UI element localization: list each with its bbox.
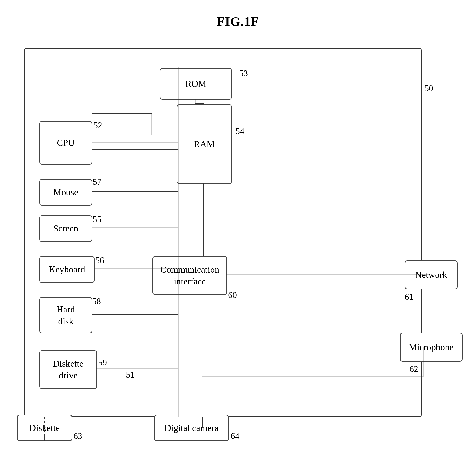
digicam-box: Digital camera [154,415,229,441]
keyboard-ref: 56 [95,255,104,265]
network-label: Network [415,270,447,280]
ram-ref: 54 [236,126,244,136]
ram-label: RAM [194,138,215,150]
commif-ref: 60 [228,290,237,300]
cpu-ref: 52 [93,120,102,130]
mouse-box: Mouse [39,179,92,206]
diskdrive-ref: 59 [98,358,107,368]
harddisk-label: Hard disk [57,304,75,327]
microphone-label: Microphone [409,342,454,352]
diskdrive-box: Diskette drive [39,350,97,389]
ram-box: RAM [177,104,232,184]
rom-label: ROM [186,78,206,90]
keyboard-box: Keyboard [39,256,95,283]
screen-box: Screen [39,215,92,242]
diskdrive-label: Diskette drive [53,358,84,381]
digicam-label: Digital camera [165,423,219,433]
harddisk-box: Hard disk [39,297,92,333]
microphone-ref: 62 [409,364,418,374]
harddisk-ref: 58 [92,296,101,306]
mainbox-ref: 50 [425,83,433,93]
network-box: Network [405,260,458,289]
diskette-label: Diskette [29,423,60,433]
microphone-box: Microphone [400,333,462,362]
diskette-ref: 63 [73,431,82,441]
screen-ref: 55 [93,214,102,224]
cpu-label: CPU [57,137,75,149]
mouse-ref: 57 [93,177,102,187]
rom-box: ROM [160,68,232,100]
digicam-ref: 64 [231,431,239,441]
mouse-label: Mouse [53,186,78,198]
page-title: FIG.1F [217,15,259,29]
diskette-box: Diskette [17,415,72,441]
cpu-box: CPU [39,121,92,165]
keyboard-label: Keyboard [49,263,85,275]
screen-label: Screen [53,222,78,234]
commif-label: Communication interface [160,264,220,288]
rom-ref: 53 [239,68,248,78]
commif-box: Communication interface [153,256,227,295]
bus-ref: 51 [126,370,135,380]
main-system-box: ROM 53 CPU 52 RAM 54 Mouse 57 Screen 55 … [24,48,422,417]
network-ref: 61 [405,292,413,302]
